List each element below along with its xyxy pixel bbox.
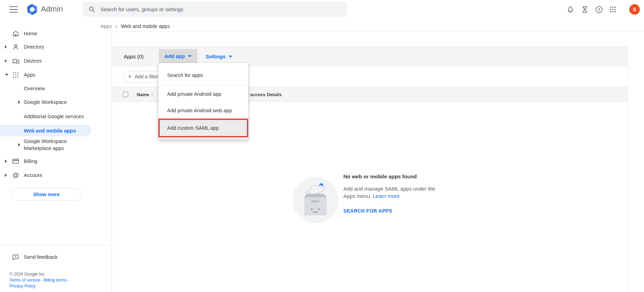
billing-card-icon bbox=[12, 157, 20, 165]
sidebar-item-label: Billing bbox=[24, 158, 37, 164]
sidebar-item-label: Google Workspace Marketplace apps bbox=[24, 138, 94, 152]
at-sign-icon: @ bbox=[12, 171, 20, 179]
breadcrumb-separator: > bbox=[115, 24, 118, 29]
google-admin-logo bbox=[26, 3, 38, 16]
chevron-down-icon bbox=[5, 74, 8, 76]
chevron-right-icon bbox=[18, 100, 20, 104]
menu-item-add-custom-saml-app[interactable]: Add custom SAML app bbox=[158, 119, 248, 137]
add-app-button[interactable]: Add app bbox=[159, 49, 197, 64]
chevron-right-icon bbox=[5, 45, 7, 49]
sidebar-item-label: Devices bbox=[24, 58, 42, 64]
search-icon bbox=[88, 6, 95, 13]
sidebar-item-label: Google Workspace bbox=[24, 99, 67, 105]
search-for-apps-link[interactable]: SEARCH FOR APPS bbox=[343, 208, 455, 214]
main-menu-icon[interactable] bbox=[9, 6, 18, 13]
send-feedback-label: Send feedback bbox=[24, 254, 58, 260]
privacy-policy-link[interactable]: Privacy Policy bbox=[9, 284, 36, 289]
caret-down-icon bbox=[229, 56, 232, 58]
add-app-dropdown-menu: Search for apps Add private Android app … bbox=[158, 63, 248, 140]
billing-terms-link[interactable]: Billing terms bbox=[44, 278, 66, 283]
select-all-checkbox[interactable] bbox=[123, 92, 128, 97]
learn-more-link[interactable]: Learn more bbox=[373, 193, 400, 199]
sidebar-item-account[interactable]: @ Account bbox=[0, 168, 112, 182]
sidebar-item-overview[interactable]: Overview bbox=[0, 81, 112, 95]
feedback-icon bbox=[11, 253, 20, 261]
footer-separator: - bbox=[66, 278, 69, 283]
notifications-icon[interactable] bbox=[566, 5, 575, 14]
global-search[interactable] bbox=[83, 2, 347, 17]
breadcrumb-divider bbox=[112, 31, 644, 31]
search-input[interactable] bbox=[100, 6, 342, 12]
person-icon bbox=[12, 43, 20, 51]
sidebar-item-label: Overview bbox=[24, 86, 45, 91]
column-header-name[interactable]: Name bbox=[137, 92, 149, 97]
google-apps-grid-icon[interactable] bbox=[608, 5, 617, 14]
empty-state-body: Add and manage SAML apps under the Apps … bbox=[343, 185, 446, 200]
show-more-button[interactable]: Show more bbox=[11, 188, 81, 201]
sidebar-item-label: Directory bbox=[24, 44, 44, 50]
breadcrumb-current: Web and mobile apps bbox=[121, 23, 170, 29]
sidebar-item-directory[interactable]: Directory bbox=[0, 40, 112, 54]
sort-ascending-icon[interactable]: ↑ bbox=[151, 92, 153, 97]
google-admin-console: Admin ? bbox=[0, 0, 644, 292]
brand-title: Admin bbox=[41, 5, 63, 14]
account-avatar[interactable]: S bbox=[629, 4, 640, 15]
plus-icon: + bbox=[128, 73, 132, 80]
apps-grid-icon bbox=[12, 71, 20, 79]
help-icon[interactable]: ? bbox=[594, 5, 603, 14]
sidebar-item-billing[interactable]: Billing bbox=[0, 154, 112, 168]
empty-state-illustration bbox=[292, 177, 338, 223]
chevron-right-icon bbox=[5, 159, 7, 163]
sidebar-item-label: Home bbox=[24, 31, 37, 36]
settings-label: Settings bbox=[206, 54, 226, 59]
chevron-right-icon bbox=[18, 143, 20, 147]
sidebar-item-google-workspace[interactable]: Google Workspace bbox=[0, 95, 112, 109]
terms-of-service-link[interactable]: Terms of service bbox=[9, 278, 40, 283]
apps-count-title: Apps (0) bbox=[124, 54, 144, 59]
copyright-text: © 2024 Google Inc. bbox=[9, 271, 69, 277]
footer-separator: - bbox=[40, 278, 44, 283]
sidebar-item-google-workspace-marketplace-apps[interactable]: Google Workspace Marketplace apps bbox=[0, 137, 112, 152]
svg-text:?: ? bbox=[598, 7, 600, 12]
add-app-label: Add app bbox=[165, 54, 185, 59]
menu-item-add-private-android-app[interactable]: Add private Android app bbox=[158, 86, 248, 102]
hourglass-icon[interactable] bbox=[580, 5, 589, 14]
sidebar-nav: Home Directory Devices bbox=[0, 19, 112, 292]
sidebar-item-web-and-mobile-apps[interactable]: Web and mobile apps bbox=[0, 125, 91, 136]
empty-state-title: No web or mobile apps found bbox=[343, 173, 455, 179]
fly-icon bbox=[319, 182, 324, 186]
sidebar-item-devices[interactable]: Devices bbox=[0, 54, 112, 68]
sidebar-footer: © 2024 Google Inc. Terms of service - Bi… bbox=[9, 271, 69, 289]
sidebar-item-home[interactable]: Home bbox=[0, 27, 112, 41]
sidebar-item-additional-google-services[interactable]: Additional Google services bbox=[0, 109, 112, 123]
top-bar: Admin ? bbox=[0, 0, 644, 19]
sidebar-item-label: Apps bbox=[24, 72, 35, 78]
sidebar-item-apps[interactable]: Apps bbox=[0, 68, 112, 82]
chevron-right-icon bbox=[5, 173, 7, 177]
breadcrumb: Apps>Web and mobile apps bbox=[100, 23, 170, 29]
devices-icon bbox=[12, 57, 20, 65]
caret-down-icon bbox=[188, 55, 192, 57]
sidebar-item-label: Account bbox=[24, 172, 42, 178]
menu-item-search-for-apps[interactable]: Search for apps bbox=[158, 65, 248, 85]
send-feedback-button[interactable]: Send feedback bbox=[0, 250, 112, 264]
menu-item-add-private-android-web-app[interactable]: Add private Android web app bbox=[158, 102, 248, 119]
breadcrumb-apps[interactable]: Apps bbox=[100, 23, 112, 29]
sidebar-item-label: Additional Google services bbox=[24, 114, 84, 119]
empty-state: No web or mobile apps found Add and mana… bbox=[343, 173, 455, 214]
sidebar-divider bbox=[0, 245, 112, 245]
sidebar-item-label: Web and mobile apps bbox=[24, 128, 76, 134]
chevron-right-icon bbox=[5, 59, 7, 63]
add-filter-label: Add a filter bbox=[135, 74, 158, 79]
column-header-details[interactable]: Details bbox=[267, 92, 282, 97]
home-icon bbox=[12, 29, 20, 38]
